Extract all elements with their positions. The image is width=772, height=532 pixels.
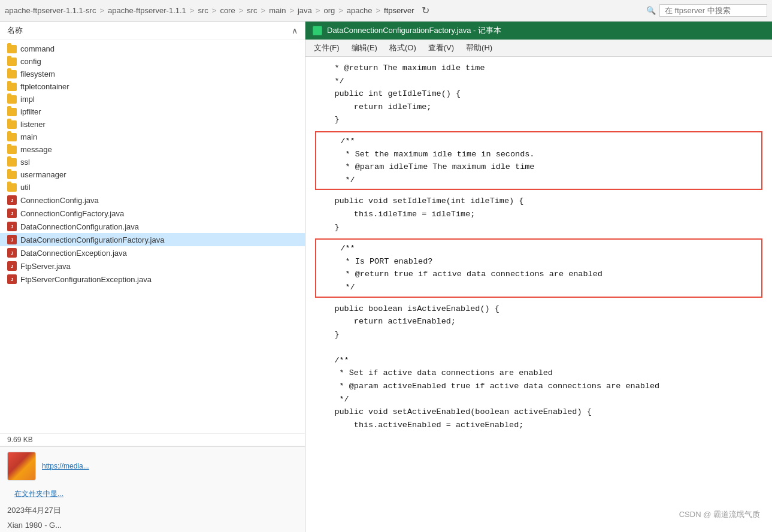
breadcrumb-part-7[interactable]: org [323,6,335,15]
folder-icon-message [7,146,17,154]
code-line-10: return activeEnabled; [315,315,762,328]
folder-label-ftpletcontainer: ftpletcontainer [20,82,69,91]
folder-icon-main [7,133,17,141]
file-label-3: DataConnectionConfigurationFactory.java [20,235,164,244]
search-icon: 🔍 [646,6,656,15]
code-line-6: public void setIdleTime(int idleTime) { [315,195,762,208]
breadcrumb-part-5[interactable]: main [269,6,286,15]
breadcrumb-part-2[interactable]: src [198,6,208,15]
folder-label-util: util [20,183,31,192]
breadcrumb-part-4[interactable]: src [247,6,257,15]
code-line-1: * @return The maximum idle time [315,62,762,75]
folder-label-filesystem: filesystem [20,69,55,78]
folder-icon-ftpletcontainer [7,83,17,91]
java-file-icon-5: J [7,261,17,271]
folder-icon-usermanager [7,171,17,179]
hl1-line-3: * @param idleTime The maximum idle time [321,161,756,174]
highlight-block-2: /** * Is PORT enabled? * @return true if… [315,238,762,297]
folder-label-ssl: ssl [20,158,30,167]
menu-view[interactable]: 查看(V) [422,41,460,55]
folder-icon-command [7,45,17,53]
code-line-9: public boolean isActiveEnabled() { [315,303,762,316]
thumbnail-image [7,452,36,480]
file-item-ftpserver[interactable]: J FtpServer.java [0,259,305,273]
java-file-icon-6: J [7,274,17,284]
file-label-6: FtpServerConfigurationException.java [20,275,152,284]
file-item-dataconnectionconfigurationfactory[interactable]: J DataConnectionConfigurationFactory.jav… [0,233,305,246]
folder-icon-config [7,58,17,66]
code-content-area[interactable]: * @return The maximum idle time */ publi… [305,57,772,532]
file-label-0: ConnectionConfig.java [20,196,99,205]
folder-icon-util [7,183,17,192]
show-in-folder-link[interactable]: 在文件夹中显... [7,488,71,500]
file-item-ftpserverconfigurationexception[interactable]: J FtpServerConfigurationException.java [0,273,305,286]
menu-edit[interactable]: 编辑(E) [346,41,383,55]
menu-format[interactable]: 格式(O) [383,41,422,55]
breadcrumb-part-3[interactable]: core [220,6,235,15]
menu-help[interactable]: 帮助(H) [460,41,498,55]
breadcrumb-part-9[interactable]: ftpserver [384,6,414,15]
folder-item-filesystem[interactable]: filesystem [0,68,305,80]
folder-icon-listener [7,120,17,129]
highlight-block-1: /** * Set the maximum idle time in secon… [315,131,762,190]
folder-item-util[interactable]: util [0,181,305,194]
file-size-label: 9.69 KB [7,436,33,444]
breadcrumb-part-8[interactable]: apache [347,6,373,15]
folder-label-ipfilter: ipfilter [20,107,41,116]
folder-label-config: config [20,57,41,66]
java-file-icon-0: J [7,195,17,205]
code-line-2: */ [315,75,762,88]
folder-item-main[interactable]: main [0,131,305,143]
file-item-connectionconfig[interactable]: J ConnectionConfig.java [0,194,305,207]
search-input[interactable] [659,4,767,17]
hl2-line-4: */ [321,281,756,294]
folder-item-usermanager[interactable]: usermanager [0,168,305,181]
folder-item-listener[interactable]: listener [0,118,305,131]
csdn-watermark: CSDN @ 霸道流氓气质 [679,509,760,520]
breadcrumb-part-6[interactable]: java [298,6,312,15]
notepad-titlebar: DataConnectionConfigurationFactory.java … [305,22,772,40]
code-line-18: this.activeEnabled = activeEnabled; [315,419,762,432]
hl1-line-4: */ [321,174,756,187]
code-line-11: } [315,328,762,341]
code-line-13: /** [315,354,762,367]
folder-item-ipfilter[interactable]: ipfilter [0,105,305,118]
breadcrumb-part-0[interactable]: apache-ftpserver-1.1.1-src [5,6,96,15]
folder-item-ssl[interactable]: ssl [0,156,305,168]
file-item-dataconnectionexception[interactable]: J DataConnectionException.java [0,246,305,259]
folder-item-command[interactable]: command [0,43,305,55]
folder-label-usermanager: usermanager [20,170,66,179]
file-item-connectionconfigfactory[interactable]: J ConnectionConfigFactory.java [0,207,305,220]
code-line-14: * Set if active data connections are ena… [315,367,762,380]
menu-file[interactable]: 文件(F) [308,41,346,55]
hl1-line-1: /** [321,135,756,148]
folder-label-message: message [20,145,52,154]
breadcrumb-part-1[interactable]: apache-ftpserver-1.1.1 [108,6,186,15]
main-layout: 名称 ∧ command config filesystem ftpletcon… [0,22,772,532]
folder-item-impl[interactable]: impl [0,93,305,105]
notepad-panel: DataConnectionConfigurationFactory.java … [305,22,772,532]
file-label-5: FtpServer.java [20,262,71,271]
notepad-icon [313,26,322,35]
folder-item-message[interactable]: message [0,143,305,156]
file-explorer-sidebar: 名称 ∧ command config filesystem ftpletcon… [0,22,305,532]
folder-icon-ipfilter [7,108,17,116]
file-item-dataconnectionconfiguration[interactable]: J DataConnectionConfiguration.java [0,220,305,233]
collapse-button[interactable]: ∧ [292,26,298,35]
refresh-button[interactable]: ↻ [422,5,429,16]
sidebar-header-label: 名称 [7,25,23,36]
code-line-17: public void setActiveEnabled(boolean act… [315,406,762,419]
status-bar: 9.69 KB [0,433,305,446]
folder-item-ftpletcontainer[interactable]: ftpletcontainer [0,80,305,93]
breadcrumb-bar: apache-ftpserver-1.1.1-src > apache-ftps… [0,0,772,22]
java-file-icon-4: J [7,248,17,258]
code-line-3: public int getIdleTime() { [315,87,762,101]
folder-item-config[interactable]: config [0,55,305,68]
java-file-icon-2: J [7,222,17,231]
thumbnail-url-label[interactable]: https://media... [42,462,89,470]
code-line-12 [315,341,762,354]
folder-label-listener: listener [20,120,46,129]
notepad-title: DataConnectionConfigurationFactory.java … [327,25,501,36]
file-label-1: ConnectionConfigFactory.java [20,209,124,218]
file-label-4: DataConnectionException.java [20,249,127,258]
